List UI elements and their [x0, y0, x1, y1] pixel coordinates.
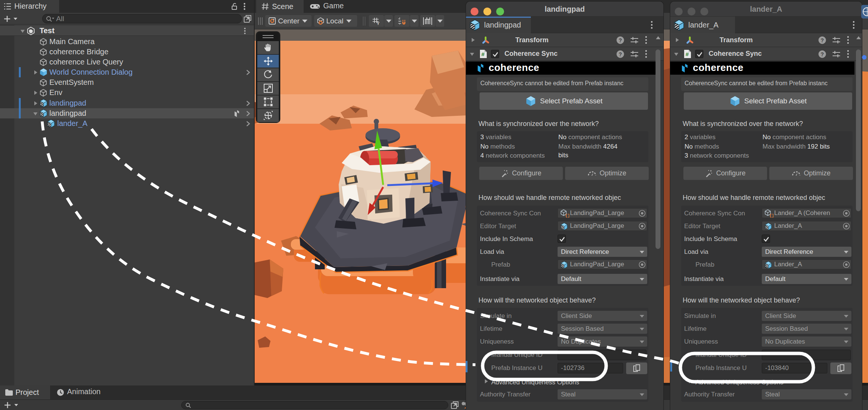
svg-text:?: ?	[821, 51, 824, 57]
svg-text:?: ?	[619, 37, 622, 43]
svg-text:#: #	[686, 51, 689, 57]
svg-text:Y: Y	[377, 21, 380, 26]
svg-text:?: ?	[619, 51, 622, 57]
svg-text:?: ?	[821, 37, 824, 43]
svg-text:#: #	[481, 51, 485, 57]
svg-text:{}: {}	[565, 213, 569, 218]
svg-text:{}: {}	[769, 213, 773, 218]
